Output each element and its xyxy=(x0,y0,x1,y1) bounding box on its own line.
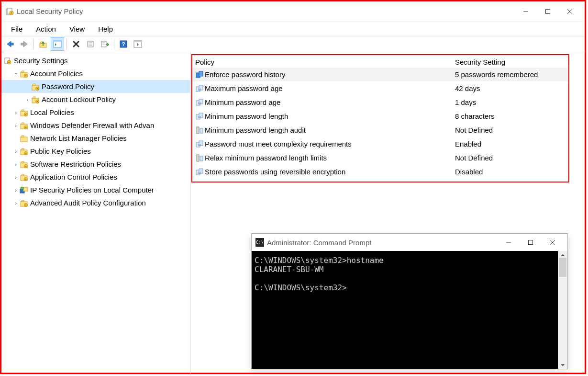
expander-icon[interactable]: › xyxy=(12,200,20,206)
svg-text:10: 10 xyxy=(198,144,201,147)
window-controls xyxy=(515,4,581,19)
expander-icon[interactable]: › xyxy=(12,148,20,154)
policy-row[interactable]: 10Maximum password age42 days xyxy=(192,81,568,95)
policy-name: Maximum password age xyxy=(205,84,455,92)
tree-item[interactable]: ›Windows Defender Firewall with Advan xyxy=(1,119,190,132)
policy-row[interactable]: Relax minimum password length limitsNot … xyxy=(192,151,568,165)
policy-row[interactable]: 10Store passwords using reversible encry… xyxy=(192,165,568,179)
scroll-down-icon[interactable]: ⏷ xyxy=(560,362,566,368)
cmd-close-button[interactable] xyxy=(542,235,564,250)
maximize-button[interactable] xyxy=(537,4,559,19)
svg-text:10: 10 xyxy=(198,88,201,91)
policy-row[interactable]: 10Minimum password length8 characters xyxy=(192,109,568,123)
policy-name: Enforce password history xyxy=(205,70,455,79)
svg-rect-44 xyxy=(21,137,27,142)
policy-setting: 5 passwords remembered xyxy=(455,70,568,79)
svg-rect-9 xyxy=(21,43,24,45)
cmd-scrollbar[interactable]: ⏶ ⏷ xyxy=(558,251,567,369)
svg-rect-55 xyxy=(23,187,28,191)
cmd-titlebar[interactable]: C:\ Administrator: Command Prompt xyxy=(252,234,567,251)
tree-root[interactable]: Security Settings xyxy=(1,54,190,67)
refresh-button[interactable] xyxy=(131,37,144,51)
policy-icon: 10 xyxy=(194,168,205,176)
scroll-thumb[interactable] xyxy=(559,258,566,277)
policy-setting: 42 days xyxy=(455,84,568,92)
svg-rect-61 xyxy=(199,71,203,76)
tree-item[interactable]: ›IP Security Policies on Local Computer xyxy=(1,183,190,196)
tree-item[interactable]: ›Local Policies xyxy=(1,106,190,119)
properties-button[interactable] xyxy=(84,37,97,51)
tree-item[interactable]: ›Account Lockout Policy xyxy=(1,93,190,106)
policy-row[interactable]: 10Password must meet complexity requirem… xyxy=(192,137,568,151)
header-policy[interactable]: Policy xyxy=(194,58,455,66)
delete-button[interactable] xyxy=(69,37,83,51)
expander-icon[interactable]: › xyxy=(12,174,20,180)
policy-row[interactable]: Minimum password length auditNot Defined xyxy=(192,123,568,137)
menu-action[interactable]: Action xyxy=(29,23,63,35)
minimize-button[interactable] xyxy=(515,4,537,19)
scroll-up-icon[interactable]: ⏶ xyxy=(560,252,566,258)
expander-icon[interactable]: › xyxy=(23,97,31,103)
cmd-maximize-button[interactable] xyxy=(520,235,542,250)
back-button[interactable] xyxy=(3,37,17,51)
folder-icon xyxy=(20,199,28,207)
cmd-minimize-button[interactable] xyxy=(498,235,520,250)
expander-icon[interactable]: › xyxy=(12,123,20,128)
menu-file[interactable]: File xyxy=(4,23,29,35)
folder-icon xyxy=(20,108,28,117)
ipsec-icon xyxy=(20,186,28,194)
show-hide-tree-button[interactable] xyxy=(51,37,64,51)
svg-rect-43 xyxy=(25,127,27,128)
titlebar: Local Security Policy xyxy=(1,1,585,22)
policy-name: Store passwords using reversible encrypt… xyxy=(205,168,455,176)
policy-icon: 10 xyxy=(194,84,205,93)
help-button[interactable]: ? xyxy=(117,37,130,51)
folder-icon xyxy=(20,173,28,182)
tree-item[interactable]: ›Advanced Audit Policy Configuration xyxy=(1,196,190,209)
toolbar: ? xyxy=(1,36,585,52)
folder-icon xyxy=(31,82,40,91)
tree-item-label: Advanced Audit Policy Configuration xyxy=(30,199,146,207)
policy-setting: Enabled xyxy=(455,140,568,148)
header-setting[interactable]: Security Setting xyxy=(455,58,568,66)
cmd-window[interactable]: C:\ Administrator: Command Prompt C:\WIN… xyxy=(251,233,568,369)
tree-item[interactable]: ›Public Key Policies xyxy=(1,145,190,158)
svg-rect-28 xyxy=(9,62,10,63)
tree-item-label: Software Restriction Policies xyxy=(30,160,121,168)
tree[interactable]: Security Settings ⌄Account PoliciesPassw… xyxy=(1,54,190,209)
menu-view[interactable]: View xyxy=(63,23,91,35)
tree-item[interactable]: Password Policy xyxy=(1,80,190,93)
policy-row[interactable]: 10Minimum password age1 days xyxy=(192,95,568,109)
svg-rect-37 xyxy=(37,101,38,102)
tree-item[interactable]: ⌄Account Policies xyxy=(1,67,190,80)
policy-header[interactable]: Policy Security Setting xyxy=(192,56,568,68)
cmd-icon: C:\ xyxy=(255,238,264,247)
svg-rect-50 xyxy=(25,166,27,167)
tree-item[interactable]: ›Software Restriction Policies xyxy=(1,158,190,171)
close-button[interactable] xyxy=(559,4,581,19)
expander-icon[interactable]: › xyxy=(12,187,20,193)
svg-rect-40 xyxy=(25,114,27,115)
security-settings-icon xyxy=(3,57,12,65)
expander-icon[interactable]: ⌄ xyxy=(12,69,20,76)
svg-text:10: 10 xyxy=(198,102,201,105)
policy-icon: 10 xyxy=(194,98,205,107)
expander-icon[interactable]: › xyxy=(12,110,20,115)
policy-setting: 1 days xyxy=(455,98,568,106)
tree-item[interactable]: ›Application Control Policies xyxy=(1,171,190,183)
tree-root-label: Security Settings xyxy=(14,57,68,65)
menu-help[interactable]: Help xyxy=(91,23,120,35)
menubar: File Action View Help xyxy=(1,22,585,36)
tree-item[interactable]: Network List Manager Policies xyxy=(1,132,190,145)
policy-setting: Disabled xyxy=(455,168,568,176)
svg-rect-77 xyxy=(200,156,203,161)
forward-button[interactable] xyxy=(18,37,31,51)
up-button[interactable] xyxy=(36,37,50,51)
expander-icon[interactable]: › xyxy=(12,161,20,167)
policy-row[interactable]: Enforce password history5 passwords reme… xyxy=(192,68,568,81)
tree-item-label: Application Control Policies xyxy=(30,173,117,181)
svg-rect-82 xyxy=(529,240,533,245)
tree-item-label: Network List Manager Policies xyxy=(30,134,127,142)
export-button[interactable] xyxy=(98,37,111,51)
cmd-terminal[interactable]: C:\WINDOWS\system32>hostname CLARANET-SB… xyxy=(252,251,558,369)
